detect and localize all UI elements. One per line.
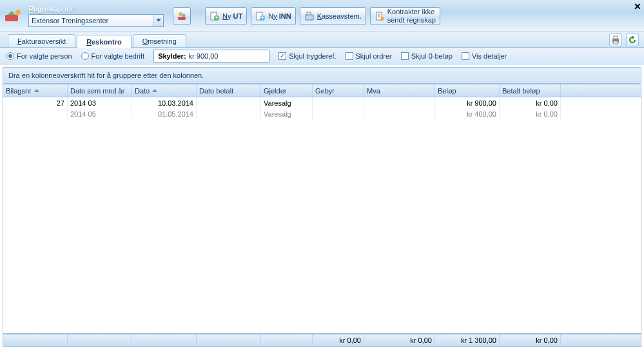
cell: Varesalg: [261, 108, 313, 119]
kontrakter-button[interactable]: Kontrakter ikke sendt regnskap: [370, 7, 440, 25]
users-button[interactable]: [173, 7, 191, 25]
contract-icon: [375, 11, 385, 21]
col-dato-betalt[interactable]: Dato betalt: [197, 84, 261, 97]
skylder-value: kr 900,00: [189, 52, 219, 60]
ny-inn-label: Ny INN: [268, 12, 291, 20]
refresh-icon: [627, 35, 638, 45]
check-skjul-trygderef-label: Skjul trygderef.: [289, 52, 336, 60]
cell: [313, 97, 364, 108]
footer-belop: kr 1 300,00: [435, 334, 500, 346]
footer-mva: kr 0,00: [364, 334, 435, 346]
ny-inn-button[interactable]: + Ny INN: [251, 7, 295, 25]
company-selector-block: Regnskap for: Extensor Treningssenter: [28, 5, 164, 27]
cell: 27: [3, 97, 68, 108]
svg-rect-16: [614, 36, 618, 39]
radio-valgte-person[interactable]: For valgte person: [6, 52, 72, 60]
regnskap-label: Regnskap for:: [28, 5, 164, 13]
footer-cell: [132, 334, 197, 346]
footer-betalt-belop: kr 0,00: [500, 334, 561, 346]
doc-out-icon: +: [210, 11, 220, 21]
col-bilagsnr[interactable]: Bilagsnr: [3, 84, 68, 97]
svg-rect-0: [5, 15, 18, 21]
svg-rect-17: [614, 41, 618, 44]
chevron-down-icon: [156, 19, 161, 22]
footer-cell: [68, 334, 132, 346]
close-button[interactable]: ✕: [634, 1, 641, 12]
check-skjul-0belop-label: Skjul 0-beløp: [411, 52, 453, 60]
col-gjelder[interactable]: Gjelder: [261, 84, 313, 97]
app-icon: [4, 6, 24, 26]
skylder-field: Skylder: kr 900,00: [153, 50, 269, 63]
checkbox-icon: [401, 52, 409, 60]
svg-point-2: [179, 12, 182, 16]
cell: kr 0,00: [500, 97, 561, 108]
svg-point-1: [15, 10, 21, 15]
col-belop[interactable]: Beløp: [435, 84, 500, 97]
cell: 01.05.2014: [132, 108, 197, 119]
cell: Varesalg: [261, 97, 313, 108]
svg-point-14: [380, 17, 384, 21]
svg-point-3: [182, 14, 186, 17]
grid: Bilagsnr Dato som mnd år Dato Dato betal…: [3, 84, 641, 334]
printer-icon: [610, 35, 621, 45]
col-dato[interactable]: Dato: [132, 84, 197, 97]
cell: 2014 05: [68, 108, 132, 119]
sort-asc-icon: [152, 89, 157, 92]
refresh-button[interactable]: [626, 34, 639, 46]
ny-ut-button[interactable]: + Ny UT: [205, 7, 247, 25]
tabstrip: Fakturaoversikt Reskontro Omsetning: [0, 32, 644, 48]
cell: kr 900,00: [435, 97, 500, 108]
kasseavstem-label: Kasseavstem.: [317, 12, 362, 20]
print-button[interactable]: [609, 34, 622, 46]
check-skjul-0belop[interactable]: Skjul 0-beløp: [401, 52, 453, 60]
group-by-bar[interactable]: Dra en kolonneoverskrift hit for å grupp…: [3, 67, 641, 84]
checkbox-icon: [346, 52, 353, 60]
footer-cell: [3, 334, 68, 346]
radio-valgte-person-label: For valgte person: [17, 52, 72, 60]
svg-rect-11: [306, 15, 313, 20]
radio-valgte-bedrift-label: For valgte bedrift: [92, 52, 145, 60]
svg-rect-12: [307, 12, 311, 15]
users-icon: [177, 11, 187, 21]
cell: kr 0,00: [500, 108, 561, 119]
cell: [364, 97, 435, 108]
svg-text:+: +: [215, 14, 219, 21]
cell: kr 400,00: [435, 108, 500, 119]
grid-body: 272014 0310.03.2014Varesalgkr 900,00kr 0…: [3, 97, 641, 119]
col-betalt-belop[interactable]: Betalt beløp: [500, 84, 561, 97]
footer-gebyr: kr 0,00: [313, 334, 364, 346]
radio-dot-icon: [6, 52, 14, 60]
cell: [313, 108, 364, 119]
company-combo[interactable]: Extensor Treningssenter: [28, 14, 164, 27]
check-vis-detaljer[interactable]: Vis detaljer: [462, 52, 507, 60]
filter-bar: For valgte person For valgte bedrift Sky…: [0, 48, 644, 64]
col-gebyr[interactable]: Gebyr: [313, 84, 364, 97]
col-mva[interactable]: Mva: [364, 84, 435, 97]
cell: 10.03.2014: [132, 97, 197, 108]
cell: [3, 108, 68, 119]
ny-ut-label: Ny UT: [222, 12, 242, 20]
register-icon: [304, 11, 315, 21]
tab-fakturaoversikt[interactable]: Fakturaoversikt: [8, 34, 75, 47]
company-combo-text: Extensor Treningssenter: [29, 17, 153, 24]
table-row[interactable]: 2014 0501.05.2014Varesalgkr 400,00kr 0,0…: [3, 108, 641, 119]
footer-cell: [197, 334, 261, 346]
table-row[interactable]: 272014 0310.03.2014Varesalgkr 900,00kr 0…: [3, 97, 641, 108]
group-by-hint: Dra en kolonneoverskrift hit for å grupp…: [8, 72, 204, 79]
svg-text:+: +: [260, 14, 264, 21]
check-skjul-ordrer-label: Skjul ordrer: [356, 52, 392, 60]
company-combo-dropdown-button[interactable]: [153, 15, 163, 26]
check-skjul-ordrer[interactable]: Skjul ordrer: [346, 52, 392, 60]
check-vis-detaljer-label: Vis detaljer: [472, 52, 507, 60]
checkbox-icon: [462, 52, 469, 60]
footer-cell: [261, 334, 313, 346]
tab-omsetning[interactable]: Omsetning: [133, 34, 186, 47]
col-dato-mnd[interactable]: Dato som mnd år: [68, 84, 132, 97]
check-skjul-trygderef[interactable]: Skjul trygderef.: [278, 52, 336, 60]
tab-reskontro[interactable]: Reskontro: [77, 35, 131, 48]
radio-valgte-bedrift[interactable]: For valgte bedrift: [81, 52, 145, 60]
kasseavstem-button[interactable]: Kasseavstem.: [300, 7, 366, 25]
cell: [197, 97, 261, 108]
doc-in-icon: +: [255, 11, 266, 21]
grid-footer: kr 0,00 kr 0,00 kr 1 300,00 kr 0,00: [3, 334, 641, 347]
